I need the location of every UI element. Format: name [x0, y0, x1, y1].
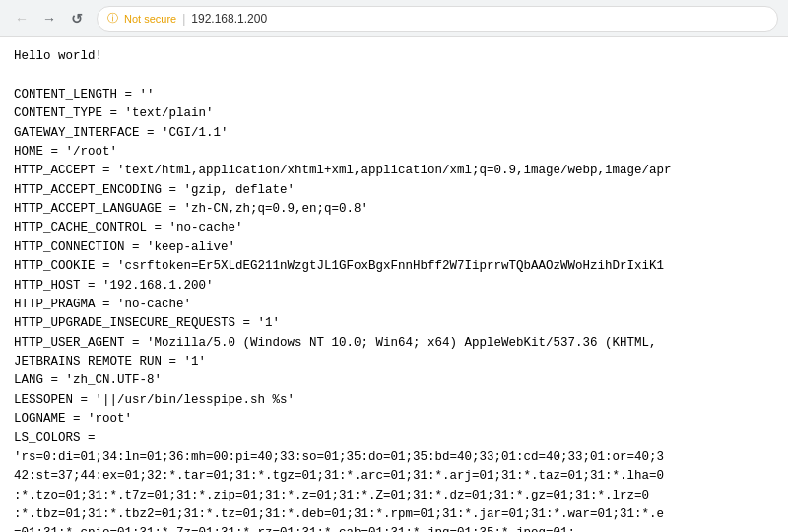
- reload-button[interactable]: ↺: [65, 7, 89, 31]
- page-content: Hello world! CONTENT_LENGTH = '' CONTENT…: [0, 37, 788, 532]
- forward-button[interactable]: →: [37, 7, 61, 31]
- back-button[interactable]: ←: [10, 7, 33, 31]
- lock-icon: ⓘ: [107, 11, 118, 26]
- not-secure-label: Not secure: [124, 13, 176, 25]
- url-display: 192.168.1.200: [191, 12, 267, 26]
- separator: |: [182, 12, 185, 26]
- browser-toolbar: ← → ↺ ⓘ Not secure | 192.168.1.200: [0, 0, 788, 37]
- content-text: Hello world! CONTENT_LENGTH = '' CONTENT…: [14, 47, 774, 532]
- address-bar[interactable]: ⓘ Not secure | 192.168.1.200: [97, 6, 778, 32]
- nav-buttons: ← → ↺: [10, 7, 89, 31]
